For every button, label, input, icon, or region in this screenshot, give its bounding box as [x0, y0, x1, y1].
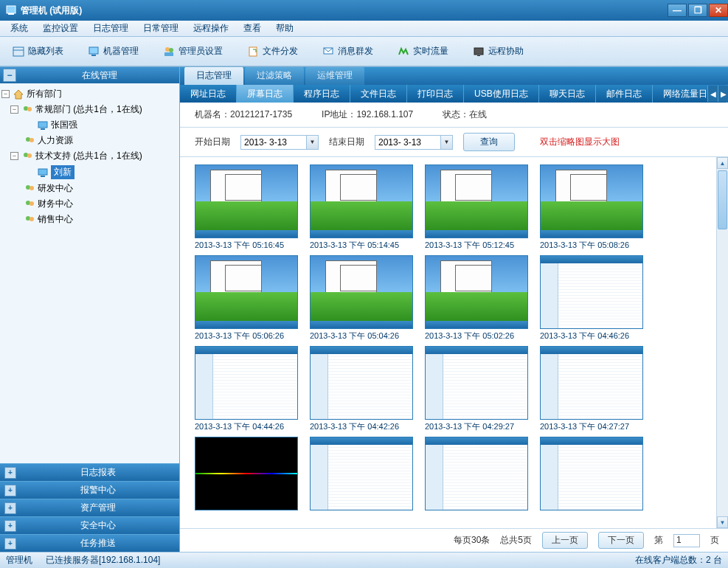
page-input[interactable]: 1	[673, 534, 700, 547]
sidebar-header-online[interactable]: − 在线管理	[0, 67, 179, 83]
svg-point-26	[26, 201, 30, 205]
ip-address: 192.168.1.107	[356, 109, 413, 120]
machine-name: 20121217-1735	[230, 109, 292, 120]
svg-rect-2	[13, 47, 24, 56]
status-left-2: 已连接服务器[192.168.1.104]	[46, 554, 160, 567]
thumbnail-item[interactable]: 2013-3-13 下午 05:04:26	[310, 255, 413, 342]
tree-dept-rd[interactable]: 研发中心	[1, 181, 178, 196]
thumbnail-item[interactable]: 2013-3-13 下午 04:27:27	[540, 346, 643, 432]
tree-dept-hr[interactable]: 人力资源	[1, 133, 178, 148]
prev-page-button[interactable]: 上一页	[542, 532, 588, 549]
close-button[interactable]: ✕	[709, 4, 728, 17]
dropdown-icon[interactable]: ▼	[307, 135, 319, 150]
expand-icon[interactable]: −	[10, 105, 18, 114]
group-icon	[24, 183, 35, 195]
thumbnail-item[interactable]: 2013-3-13 下午 05:06:26	[195, 255, 298, 342]
thumbnail-item[interactable]: 2013-3-13 下午 05:02:26	[425, 255, 528, 342]
pc-icon	[87, 45, 100, 58]
thumbnail-caption: 2013-3-13 下午 04:46:26	[540, 329, 643, 342]
sidebar-section-security[interactable]: +安全中心	[0, 516, 179, 534]
tab-ops-mgmt[interactable]: 运维管理	[305, 67, 364, 85]
thumbnail-item[interactable]: 2013-3-13 下午 04:42:26	[310, 346, 413, 432]
thumbnail-item[interactable]: 2013-3-13 下午 05:16:45	[195, 164, 298, 251]
thumbnail-image	[310, 346, 413, 420]
menu-view[interactable]: 查看	[236, 21, 268, 36]
subtab-print[interactable]: 打印日志	[407, 85, 464, 103]
sidebar-section-logreport[interactable]: +日志报表	[0, 463, 179, 481]
menu-log[interactable]: 日志管理	[86, 21, 136, 36]
vertical-scrollbar[interactable]: ▲ ▼	[716, 157, 728, 528]
sidebar-section-asset[interactable]: +资产管理	[0, 499, 179, 516]
thumbnail-item[interactable]: 2013-3-13 下午 05:14:45	[310, 164, 413, 251]
tab-scroll-left[interactable]: ◀	[707, 86, 718, 102]
subtab-usb[interactable]: USB使用日志	[464, 85, 539, 103]
thumbnail-item[interactable]: 2013-3-13 下午 04:44:26	[195, 346, 298, 432]
subtab-program[interactable]: 程序日志	[294, 85, 350, 103]
menu-system[interactable]: 系统	[3, 21, 35, 36]
dropdown-icon[interactable]: ▼	[441, 135, 453, 150]
tool-msg-broadcast[interactable]: 消息群发	[314, 42, 381, 61]
start-date-input[interactable]: 2013- 3-13	[240, 135, 307, 150]
tree-dept-tech[interactable]: − 技术支持 (总共1台，1在线)	[1, 148, 178, 164]
thumbnail-item[interactable]	[310, 437, 413, 512]
thumbnail-item[interactable]: 2013-3-13 下午 05:12:45	[425, 164, 528, 251]
thumbnail-item[interactable]	[425, 437, 528, 512]
scroll-thumb[interactable]	[718, 170, 727, 229]
thumbnail-caption: 2013-3-13 下午 05:02:26	[425, 329, 528, 342]
tab-filter-policy[interactable]: 过滤策略	[245, 67, 304, 85]
minimize-button[interactable]: —	[668, 4, 687, 17]
thumbnail-item[interactable]	[195, 437, 298, 512]
collapse-icon[interactable]: −	[3, 69, 16, 82]
scroll-up-icon[interactable]: ▲	[717, 157, 728, 169]
thumbnail-item[interactable]: 2013-3-13 下午 04:29:27	[425, 346, 528, 432]
maximize-button[interactable]: ❐	[688, 4, 707, 17]
menu-daily[interactable]: 日常管理	[136, 21, 186, 36]
next-page-button[interactable]: 下一页	[598, 532, 644, 549]
subtab-file[interactable]: 文件日志	[350, 85, 407, 103]
scroll-down-icon[interactable]: ▼	[717, 516, 728, 528]
tree-user-zhang[interactable]: 张国强	[1, 117, 178, 133]
thumbnail-item[interactable]	[540, 437, 643, 512]
menu-monitor[interactable]: 监控设置	[35, 21, 86, 36]
sidebar-section-task[interactable]: +任务推送	[0, 534, 179, 552]
subtab-screen[interactable]: 屏幕日志	[237, 85, 294, 103]
tool-remote-assist[interactable]: 远程协助	[465, 42, 531, 61]
sidebar-section-alarm[interactable]: +报警中心	[0, 481, 179, 499]
tree-dept-sales[interactable]: 销售中心	[1, 212, 178, 227]
tool-machine-mgmt[interactable]: 机器管理	[80, 42, 146, 61]
end-date-input[interactable]: 2013- 3-13	[375, 135, 441, 150]
tool-hide-list[interactable]: 隐藏列表	[4, 42, 71, 61]
tree-user-liu[interactable]: 刘新	[1, 164, 178, 181]
plus-icon: +	[4, 538, 16, 550]
tree-dept-general[interactable]: − 常规部门 (总共1台，1在线)	[1, 102, 178, 117]
expand-icon[interactable]: −	[1, 90, 10, 98]
svg-point-29	[30, 217, 34, 221]
thumbnail-image	[310, 164, 413, 238]
subtab-chat[interactable]: 聊天日志	[539, 85, 596, 103]
subtab-mail[interactable]: 邮件日志	[596, 85, 653, 103]
thumbnail-caption: 2013-3-13 下午 05:08:26	[540, 238, 643, 251]
thumbnail-caption: 2013-3-13 下午 04:27:27	[540, 420, 643, 432]
tab-scroll-right[interactable]: ▶	[718, 86, 728, 102]
svg-rect-12	[477, 55, 480, 56]
tree-root[interactable]: − 所有部门	[1, 86, 178, 102]
thumbnail-caption	[425, 510, 528, 512]
thumbnail-item[interactable]: 2013-3-13 下午 04:46:26	[540, 255, 643, 342]
expand-icon[interactable]: −	[10, 152, 18, 160]
thumbnail-area: 2013-3-13 下午 05:16:45 2013-3-13 下午 05:14…	[180, 157, 728, 528]
query-button[interactable]: 查询	[463, 133, 515, 151]
wave-icon	[397, 45, 410, 58]
thumbnail-image	[310, 255, 413, 329]
tool-admin-setting[interactable]: 管理员设置	[155, 42, 230, 61]
sub-tabs: 网址日志 屏幕日志 程序日志 文件日志 打印日志 USB使用日志 聊天日志 邮件…	[180, 85, 728, 103]
thumbnail-image	[195, 346, 298, 420]
tree-dept-fin[interactable]: 财务中心	[1, 196, 178, 212]
tool-file-dispatch[interactable]: 文件分发	[239, 42, 305, 61]
thumbnail-item[interactable]: 2013-3-13 下午 05:08:26	[540, 164, 643, 251]
menu-help[interactable]: 帮助	[268, 21, 301, 36]
screen-icon	[472, 45, 485, 58]
subtab-url[interactable]: 网址日志	[180, 85, 237, 103]
menu-remote[interactable]: 远程操作	[186, 21, 236, 36]
tool-realtime-traffic[interactable]: 实时流量	[389, 42, 456, 61]
tab-log-mgmt[interactable]: 日志管理	[184, 67, 243, 85]
